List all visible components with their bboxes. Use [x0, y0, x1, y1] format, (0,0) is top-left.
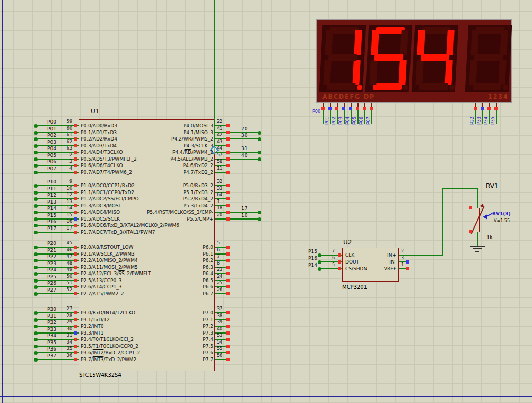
pin-wire[interactable]: [36, 232, 79, 233]
net-label[interactable]: P05: [38, 153, 56, 158]
pin-wire[interactable]: [399, 255, 409, 256]
pin-wire[interactable]: [323, 110, 324, 124]
net-label[interactable]: P01: [38, 126, 56, 132]
wire-horizontal-top[interactable]: [442, 188, 478, 189]
pin-wire[interactable]: [482, 110, 483, 124]
net-label[interactable]: P22: [38, 254, 56, 259]
net-label[interactable]: 31: [241, 146, 247, 151]
net-label[interactable]: P32: [470, 109, 475, 125]
terminal-dot[interactable]: [34, 217, 38, 221]
pin-wire[interactable]: [344, 110, 345, 124]
net-label[interactable]: P33: [477, 109, 482, 125]
net-label[interactable]: P17: [38, 226, 56, 231]
terminal-dot[interactable]: [34, 338, 38, 341]
net-label[interactable]: P14: [38, 206, 56, 211]
net-label[interactable]: P34: [484, 109, 489, 125]
pin-wire[interactable]: [357, 110, 359, 124]
net-label[interactable]: 30: [241, 133, 247, 138]
net-label[interactable]: 40: [241, 153, 247, 158]
display-pin[interactable]: [489, 103, 490, 107]
terminal-dot[interactable]: [34, 131, 38, 135]
u2-value[interactable]: MCP3201: [342, 284, 367, 290]
terminal-dot[interactable]: [34, 351, 38, 355]
terminal-dot[interactable]: [258, 157, 261, 161]
net-label[interactable]: P24: [38, 267, 56, 273]
terminal-dot[interactable]: [258, 131, 261, 135]
net-label[interactable]: P15: [38, 213, 56, 218]
u1-value[interactable]: STC15W4K32S4: [79, 372, 121, 378]
seven-seg-display-body[interactable]: [316, 19, 512, 103]
terminal-dot[interactable]: [34, 259, 38, 262]
net-label[interactable]: P21: [38, 248, 56, 253]
net-label[interactable]: 17: [241, 206, 247, 211]
terminal-dot[interactable]: [34, 137, 38, 141]
display-pin[interactable]: [364, 103, 365, 107]
net-label[interactable]: P07: [366, 109, 371, 125]
net-label[interactable]: P32: [38, 320, 56, 325]
net-wire[interactable]: [230, 159, 260, 160]
wire-vertical-riser[interactable]: [442, 188, 443, 256]
display-pin[interactable]: [496, 103, 497, 107]
net-label[interactable]: P03: [38, 139, 56, 145]
net-label[interactable]: 20: [241, 126, 247, 132]
net-label[interactable]: P06: [359, 109, 364, 125]
net-label[interactable]: P04: [345, 109, 350, 125]
display-pin[interactable]: [330, 103, 331, 107]
net-label[interactable]: P30: [38, 306, 56, 312]
rv1-ref[interactable]: RV1: [486, 182, 499, 190]
wire-pot-bottom[interactable]: [477, 232, 478, 246]
terminal-dot[interactable]: [34, 345, 38, 348]
net-label[interactable]: P16: [38, 219, 56, 224]
net-label[interactable]: P31: [38, 313, 56, 319]
pin-wire[interactable]: [351, 110, 352, 124]
net-label[interactable]: P04: [38, 146, 56, 151]
terminal-dot[interactable]: [34, 266, 38, 269]
voltage-probe-label[interactable]: RV1(3): [492, 211, 511, 216]
display-pin[interactable]: [344, 103, 345, 107]
terminal-dot[interactable]: [258, 217, 261, 221]
net-label[interactable]: P34: [38, 333, 56, 338]
terminal-dot[interactable]: [34, 204, 38, 208]
terminal-dot[interactable]: [34, 144, 38, 148]
display-pin[interactable]: [475, 103, 476, 107]
wire-pot-top[interactable]: [477, 188, 478, 208]
net-label[interactable]: P36: [38, 346, 56, 352]
display-pin[interactable]: [351, 103, 352, 107]
terminal-dot[interactable]: [34, 325, 38, 328]
terminal-dot[interactable]: [34, 164, 38, 168]
net-label[interactable]: P20: [38, 241, 56, 246]
net-label[interactable]: P01: [325, 109, 329, 125]
pin-wire[interactable]: [330, 110, 331, 124]
net-label[interactable]: P06: [38, 159, 56, 164]
terminal-dot[interactable]: [34, 272, 38, 276]
net-label[interactable]: P23: [38, 261, 56, 266]
net-label[interactable]: P05: [352, 109, 357, 125]
pin-wire[interactable]: [36, 293, 79, 294]
display-pin[interactable]: [323, 103, 324, 107]
terminal-dot[interactable]: [34, 358, 38, 362]
terminal-dot[interactable]: [34, 246, 38, 249]
terminal-dot[interactable]: [34, 151, 38, 154]
terminal-dot[interactable]: [34, 157, 38, 161]
terminal-dot[interactable]: [258, 151, 261, 154]
net-label[interactable]: P10: [38, 179, 56, 185]
net-label[interactable]: P11: [38, 186, 56, 191]
net-wire[interactable]: [230, 218, 260, 220]
net-label[interactable]: P26: [38, 281, 56, 286]
pin-wire[interactable]: [364, 110, 365, 124]
net-label[interactable]: P03: [338, 109, 343, 125]
pin-wire[interactable]: [36, 359, 79, 360]
net-label[interactable]: P27: [38, 287, 56, 293]
terminal-dot[interactable]: [34, 184, 38, 188]
u2-ref[interactable]: U2: [343, 239, 352, 246]
pin-wire[interactable]: [489, 110, 490, 124]
pin-wire[interactable]: [337, 110, 338, 124]
terminal-dot[interactable]: [34, 292, 38, 296]
display-pin[interactable]: [482, 103, 483, 107]
rv1-value[interactable]: 1k: [486, 234, 493, 240]
net-label[interactable]: 10: [241, 213, 247, 218]
net-wire[interactable]: [409, 255, 443, 256]
pin-wire[interactable]: [475, 110, 476, 124]
pin-wire[interactable]: [371, 110, 372, 124]
terminal-dot[interactable]: [34, 252, 38, 256]
